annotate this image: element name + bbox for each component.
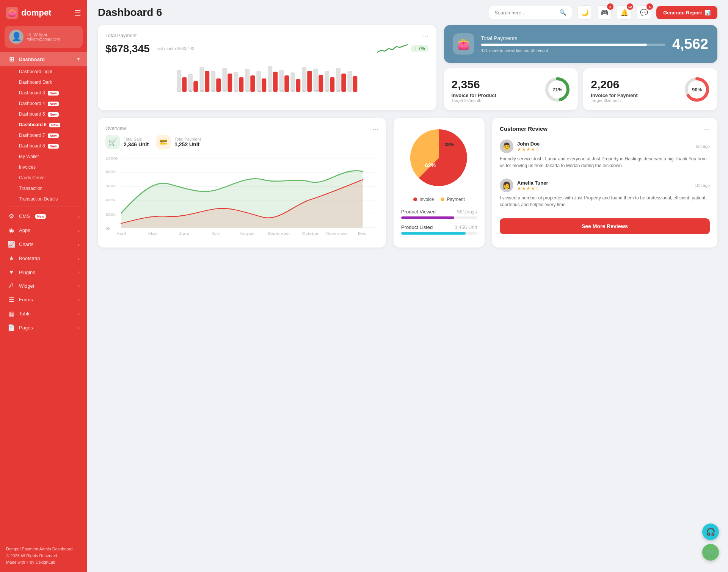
sidebar-item-invoices[interactable]: Invoices xyxy=(0,162,87,172)
donut-product: 71% xyxy=(544,77,570,102)
invoice-row: 2,356 Invoice for Product Target 3k/mont… xyxy=(452,76,571,103)
sidebar-item-my-wallet[interactable]: My Wallet xyxy=(0,151,87,162)
see-more-reviews-button[interactable]: See More Reviews xyxy=(500,218,710,234)
sidebar-item-table[interactable]: ▦ Table › xyxy=(0,307,87,321)
games-icon: 🎮 xyxy=(601,9,609,17)
charts-icon: 📈 xyxy=(8,241,15,248)
bootstrap-icon: ★ xyxy=(8,255,15,262)
sidebar-item-cms[interactable]: ⚙ CMS New › xyxy=(0,209,87,223)
reviewer-1-avatar: 👨 xyxy=(500,139,513,153)
invoice-product-num: 2,356 xyxy=(452,78,496,91)
sidebar-item-dashboard-4[interactable]: Dashboard 4 New xyxy=(0,98,87,109)
logo[interactable]: 👛 dompet xyxy=(6,7,51,19)
invoice-product-target: Target 3k/month xyxy=(452,98,496,103)
svg-text:14: 14 xyxy=(257,89,261,92)
sidebar-item-apps[interactable]: ◉ Apps › xyxy=(0,223,87,237)
product-viewed-bar-fill xyxy=(401,216,454,219)
svg-rect-15 xyxy=(262,78,266,92)
product-viewed-row: Product Viewed 561/days xyxy=(401,209,477,215)
reviewer-1-text: Friendly service Josh, Lunar and everyon… xyxy=(500,155,710,169)
row-2: Overview ··· 🛒 Total Sale 2,346 Unit 💳 xyxy=(98,118,717,248)
sidebar-item-dashboard-light[interactable]: Dashboard Light xyxy=(0,66,87,77)
invoice-payment-label: Invoice for Payment xyxy=(591,92,638,98)
forms-icon: ☰ xyxy=(8,296,15,303)
sidebar-item-pages[interactable]: 📄 Pages › xyxy=(0,321,87,335)
sidebar-item-bootstrap[interactable]: ★ Bootstrap › xyxy=(0,251,87,265)
sidebar-item-transaction[interactable]: Transaction xyxy=(0,183,87,194)
svg-text:August: August xyxy=(240,231,255,235)
cart-fab[interactable]: 🛒 xyxy=(702,544,719,561)
stat-total-payment: 💳 Total Payment 1,252 Unit xyxy=(156,135,201,149)
card-menu-dots[interactable]: ··· xyxy=(423,33,429,41)
svg-text:08: 08 xyxy=(200,89,204,92)
trend-value: 7% xyxy=(418,46,425,51)
pie-chart-svg: 62% 38% xyxy=(407,125,471,190)
progress-bar-fill xyxy=(481,44,647,46)
pie-chart-card: 62% 38% Invoice Payment xyxy=(394,118,485,248)
messages-btn[interactable]: 💬 5 xyxy=(637,5,651,20)
stat-total-sale: 🛒 Total Sale 2,346 Unit xyxy=(105,135,149,149)
sidebar-item-label: Dashboard xyxy=(19,56,45,62)
product-listed-stat: Product Listed 3,456 Unit xyxy=(401,224,477,235)
theme-toggle-btn[interactable]: 🌙 xyxy=(577,5,592,20)
games-btn[interactable]: 🎮 2 xyxy=(597,5,612,20)
hamburger-menu[interactable]: ☰ xyxy=(74,8,81,17)
svg-rect-13 xyxy=(250,75,255,92)
notifications-btn[interactable]: 🔔 12 xyxy=(617,5,631,20)
sidebar-item-dashboard-dark[interactable]: Dashboard Dark xyxy=(0,77,87,88)
games-badge: 2 xyxy=(607,3,613,10)
sidebar-item-forms[interactable]: ☰ Forms › xyxy=(0,293,87,307)
sidebar-header: 👛 dompet ☰ xyxy=(0,0,87,26)
reviewer-1-info: John Doe ★★★★☆ xyxy=(517,141,540,152)
sidebar-item-transaction-details[interactable]: Transaction Details xyxy=(0,194,87,204)
user-greeting: Hi, William xyxy=(27,33,60,37)
bar-chart-svg: 06 07 08 09 11 12 13 14 15 16 17 18 19 2… xyxy=(105,60,429,92)
sidebar-item-charts[interactable]: 📈 Charts › xyxy=(0,237,87,251)
sidebar-item-cards-center[interactable]: Cards Center xyxy=(0,172,87,183)
search-box[interactable]: 🔍 xyxy=(489,6,572,19)
svg-text:09: 09 xyxy=(212,89,215,92)
sidebar-item-dashboard[interactable]: ⊞ Dashboard ▾ xyxy=(0,52,87,66)
sidebar-item-widget[interactable]: 🖨 Widget › xyxy=(0,279,87,293)
support-fab[interactable]: 🎧 xyxy=(702,523,719,540)
reviewer-2-stars: ★★★★☆ xyxy=(517,186,548,191)
sidebar-item-dashboard-6[interactable]: Dashboard 6 New xyxy=(0,119,87,130)
reviewer-1-time: 5m ago xyxy=(696,144,710,149)
sidebar-item-dashboard-3[interactable]: Dashboard 3 New xyxy=(0,88,87,98)
reviewer-2: 👩 Amelia Tuner ★★★★☆ 10h ago xyxy=(500,179,710,192)
product-listed-bar-wrap xyxy=(401,232,477,235)
footer-title: Dompet Payment Admin Dashboard xyxy=(6,546,81,553)
mini-sparkline xyxy=(377,43,408,54)
sidebar-item-dashboard-5[interactable]: Dashboard 5 New xyxy=(0,109,87,119)
wallet-card-icon: 👛 xyxy=(453,33,474,55)
sidebar-item-dashboard-7[interactable]: Dashboard 7 New xyxy=(0,130,87,141)
svg-text:11: 11 xyxy=(223,89,227,92)
reviewer-1-stars: ★★★★☆ xyxy=(517,147,540,152)
user-email: william@gmail.com xyxy=(27,37,60,41)
svg-rect-28 xyxy=(336,68,340,92)
generate-report-button[interactable]: Generate Report 📊 xyxy=(656,6,717,19)
overview-title: Overview xyxy=(105,125,126,131)
sidebar-item-plugins[interactable]: ♥ Plugins › xyxy=(0,265,87,279)
svg-rect-5 xyxy=(205,71,209,92)
svg-text:April: April xyxy=(116,231,126,235)
logo-text: dompet xyxy=(21,8,51,18)
product-viewed-value: 561/days xyxy=(457,209,477,215)
svg-rect-4 xyxy=(199,67,204,92)
donut-product-label: 71% xyxy=(552,86,562,92)
reviewer-1-name: John Doe xyxy=(517,141,540,147)
review-item-2: 👩 Amelia Tuner ★★★★☆ 10h ago I viewed a … xyxy=(500,174,710,213)
search-icon: 🔍 xyxy=(559,9,566,16)
sidebar-item-dashboard-8[interactable]: Dashboard 8 New xyxy=(0,141,87,151)
svg-text:June: June xyxy=(179,231,189,235)
overview-menu-dots[interactable]: ··· xyxy=(373,125,378,133)
svg-rect-14 xyxy=(256,71,261,92)
blue-card-info: Total Payments 431 more to break last mo… xyxy=(481,35,665,53)
svg-rect-27 xyxy=(330,77,334,92)
search-input[interactable] xyxy=(494,10,556,16)
review-menu-dots[interactable]: ··· xyxy=(704,125,710,133)
chart-bar-icon: 📊 xyxy=(704,10,711,16)
product-viewed-label: Product Viewed xyxy=(401,209,436,215)
user-profile[interactable]: 👤 Hi, William william@gmail.com xyxy=(5,26,83,48)
trend-badge: ↑ 7% xyxy=(411,45,428,52)
